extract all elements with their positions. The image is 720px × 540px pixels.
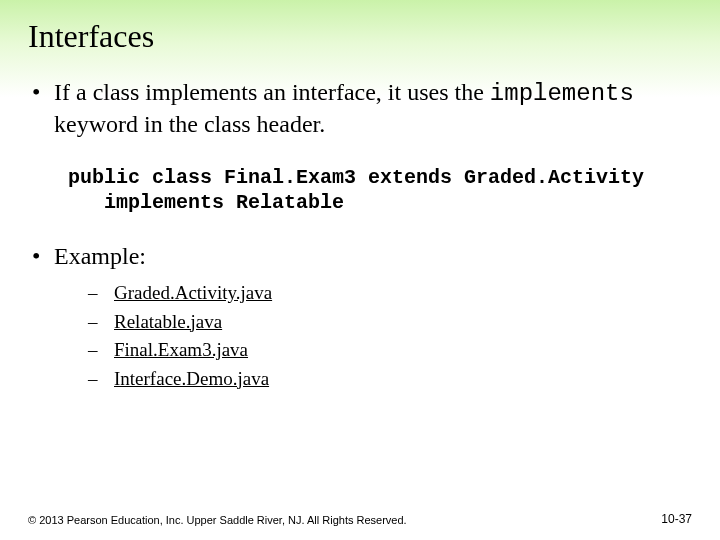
file-link[interactable]: Relatable.java [114,308,222,337]
slide: Interfaces • If a class implements an in… [0,0,720,540]
copyright-footer: © 2013 Pearson Education, Inc. Upper Sad… [28,514,407,526]
file-link[interactable]: Graded.Activity.java [114,279,272,308]
bullet-item: • If a class implements an interface, it… [32,77,692,139]
bullet-text: Example: [54,241,692,271]
code-block: public class Final.Exam3 extends Graded.… [68,165,692,215]
dash-icon: – [88,336,114,365]
slide-title: Interfaces [28,18,692,55]
bullet-icon: • [32,241,54,271]
dash-icon: – [88,308,114,337]
list-item: – Graded.Activity.java [88,279,692,308]
dash-icon: – [88,365,114,394]
list-item: – Relatable.java [88,308,692,337]
bullet-icon: • [32,77,54,139]
list-item: – Interface.Demo.java [88,365,692,394]
list-item: – Final.Exam3.java [88,336,692,365]
bullet-text-pre: If a class implements an interface, it u… [54,79,490,105]
page-number: 10-37 [661,512,692,526]
bullet-text-post: keyword in the class header. [54,111,325,137]
bullet-keyword: implements [490,80,634,107]
file-link[interactable]: Final.Exam3.java [114,336,248,365]
file-link[interactable]: Interface.Demo.java [114,365,269,394]
bullet-text: If a class implements an interface, it u… [54,77,692,139]
example-links-list: – Graded.Activity.java – Relatable.java … [88,279,692,393]
dash-icon: – [88,279,114,308]
bullet-item: • Example: [32,241,692,271]
